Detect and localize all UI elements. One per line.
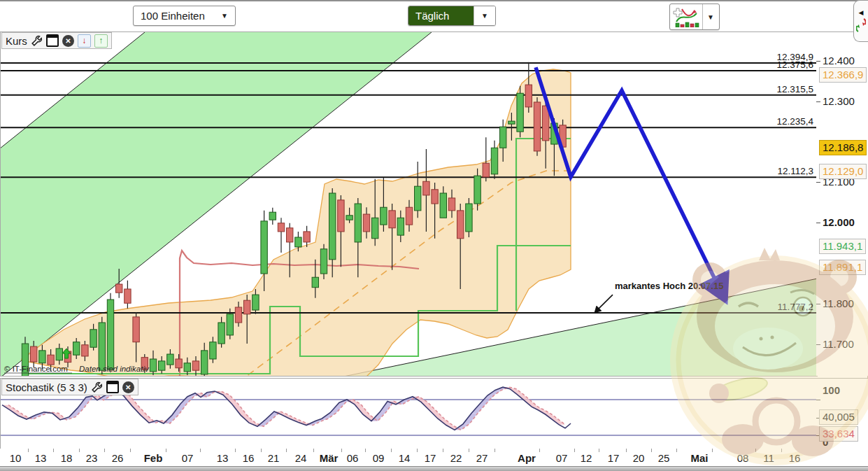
axis-tick xyxy=(574,449,575,452)
chevron-down-icon: ▼ xyxy=(474,6,495,25)
axis-tick xyxy=(651,449,652,452)
axis-tick xyxy=(365,449,366,452)
move-up-icon[interactable]: ↑ xyxy=(94,34,108,48)
chart-type-icon xyxy=(670,4,702,29)
axis-tick xyxy=(816,223,820,223)
axis-tick xyxy=(816,344,820,345)
axis-tick xyxy=(391,449,392,452)
date-tick-label: 26 xyxy=(112,452,124,464)
wrench-icon[interactable] xyxy=(91,381,103,393)
axis-tick xyxy=(469,449,469,452)
chevron-down-icon: ▼ xyxy=(702,4,718,29)
date-tick-label: 22 xyxy=(450,452,462,464)
stoch-value-badge: 33,634 xyxy=(819,426,858,442)
date-tick-label: 07 xyxy=(182,452,194,464)
period-dropdown[interactable]: Täglich ▼ xyxy=(408,6,496,26)
annotation-label: markantes Hoch 20.07.15 xyxy=(615,281,723,291)
axis-tick xyxy=(443,449,443,452)
date-tick-label: 13 xyxy=(217,452,229,464)
date-tick-label: 10 xyxy=(10,452,22,464)
kurs-pane-title: Kurs xyxy=(6,35,27,47)
stoch-tick-label: 100 xyxy=(823,384,840,396)
date-tick-label: Mai xyxy=(690,452,708,464)
sr-line-label: 12.235,4 xyxy=(776,116,813,127)
copyright-label: © IT-Finance.com xyxy=(4,365,68,373)
date-tick-label: 18 xyxy=(61,452,73,464)
date-tick-label: 25 xyxy=(658,452,670,464)
date-tick-label: 09 xyxy=(373,452,385,464)
bottom-scrollbar[interactable] xyxy=(0,466,868,471)
chevron-left-icon: ◀ xyxy=(859,9,864,16)
window-icon[interactable] xyxy=(106,381,119,393)
date-tick-label: 11 xyxy=(763,452,774,464)
date-tick-label: 17 xyxy=(608,452,620,464)
window-icon[interactable] xyxy=(46,34,59,47)
candle xyxy=(534,97,540,156)
price-tick-label: 11.700 xyxy=(823,338,854,350)
kurs-pane-header: Kurs ✕ ↓ ↑ xyxy=(1,32,112,49)
axis-tick xyxy=(417,449,418,452)
axis-tick xyxy=(200,449,201,452)
move-down-icon[interactable]: ↓ xyxy=(78,34,91,48)
date-tick-label: 16 xyxy=(789,452,801,464)
axis-tick xyxy=(28,449,29,452)
axis-tick xyxy=(166,449,166,452)
date-tick-label: Apr xyxy=(518,452,536,464)
date-tick-label: 08 xyxy=(737,452,749,464)
date-tick-label: Feb xyxy=(144,452,163,464)
price-badge: 12.186,8 xyxy=(819,140,867,155)
units-dropdown[interactable]: 100 Einheiten ▼ xyxy=(133,6,236,26)
close-icon[interactable]: ✕ xyxy=(122,381,134,393)
date-tick-label: 21 xyxy=(268,452,280,464)
sr-line-label: 12.375,6 xyxy=(776,59,813,70)
price-badge: 11.943,1 xyxy=(819,239,866,254)
date-tick-label: 17 xyxy=(425,452,436,464)
axis-tick xyxy=(313,449,314,452)
axis-tick xyxy=(235,449,236,452)
axis-tick xyxy=(816,101,820,102)
candle xyxy=(107,293,113,372)
date-tick-label: 06 xyxy=(347,452,359,464)
axis-tick xyxy=(599,449,599,452)
axis-tick xyxy=(104,449,105,452)
sr-line-label: 11.777,2 xyxy=(777,302,813,312)
axis-tick xyxy=(781,449,782,452)
wrench-icon[interactable] xyxy=(31,35,43,47)
refresh-arrows-icon xyxy=(856,17,866,33)
date-tick-label: 07 xyxy=(556,452,568,464)
date-tick-label: 27 xyxy=(476,452,488,464)
price-axis: 12.40012.30012.10012.00011.80011.70012.3… xyxy=(816,31,868,376)
sr-line-label: 12.112,3 xyxy=(777,166,813,176)
date-tick-label: 13 xyxy=(35,452,47,464)
axis-tick xyxy=(130,449,131,452)
date-tick-label: 14 xyxy=(399,452,411,464)
axis-tick xyxy=(79,449,80,452)
candle xyxy=(466,198,472,237)
stochastic-pane-title: Stochastik (5 3 3) xyxy=(6,381,87,393)
axis-tick xyxy=(539,449,540,452)
kurs-chart-pane[interactable]: 12.394,912.375,612.315,512.235,412.112,3… xyxy=(0,31,818,377)
axis-tick xyxy=(495,449,495,452)
chart-type-button[interactable]: ▼ xyxy=(669,3,720,30)
date-tick-label: 23 xyxy=(86,452,98,464)
axis-tick xyxy=(816,182,820,183)
candle xyxy=(517,86,523,137)
axis-tick xyxy=(53,449,54,452)
collapse-panel-tab[interactable]: ◀ xyxy=(853,0,868,42)
price-tick-label: 12.400 xyxy=(823,55,855,66)
stochastic-axis: 100040,00533,634 xyxy=(816,378,868,449)
price-tick-label: 11.800 xyxy=(823,297,854,309)
date-axis: 1013182326Feb0713162124Mär060914172227Ap… xyxy=(0,449,868,466)
axis-tick xyxy=(755,449,756,452)
window-top-edge xyxy=(0,0,868,1)
date-tick-label: Mär xyxy=(320,452,339,464)
stoch-value-badge: 40,005 xyxy=(819,409,858,425)
price-badge: 11.891,1 xyxy=(819,260,866,275)
axis-tick xyxy=(712,449,713,452)
axis-tick xyxy=(286,449,287,452)
date-tick-label: 12 xyxy=(581,452,592,464)
date-tick-label: 20 xyxy=(633,452,645,464)
axis-tick xyxy=(676,449,677,452)
price-tick-label: 12.000 xyxy=(823,216,855,228)
close-icon[interactable]: ✕ xyxy=(62,35,74,47)
